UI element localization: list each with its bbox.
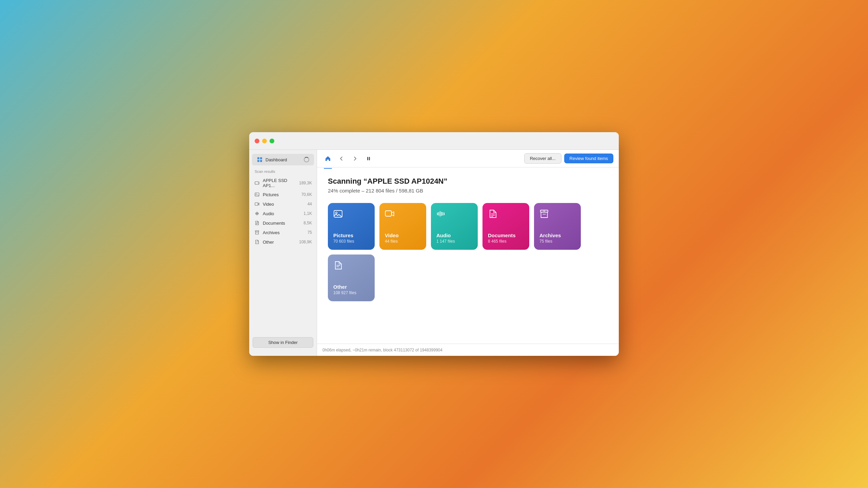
svg-rect-12 xyxy=(369,157,370,160)
dashboard-item[interactable]: Dashboard xyxy=(252,154,314,165)
category-card-other[interactable]: Other 108 927 files xyxy=(328,255,375,301)
pause-button[interactable] xyxy=(363,153,374,164)
svg-rect-8 xyxy=(255,231,259,232)
loading-spinner xyxy=(304,157,309,162)
card-title: Audio xyxy=(436,232,472,238)
card-count: 1 147 files xyxy=(436,239,472,244)
card-count: 108 927 files xyxy=(333,290,369,295)
sidebar-item-name: Pictures xyxy=(263,192,301,197)
svg-rect-11 xyxy=(367,157,368,160)
recover-all-button[interactable]: Recover all... xyxy=(524,153,561,164)
document-icon xyxy=(254,220,260,226)
minimize-button[interactable] xyxy=(262,139,267,143)
svg-rect-4 xyxy=(255,203,258,205)
dashboard-label: Dashboard xyxy=(265,157,304,162)
drive-icon xyxy=(254,180,260,186)
sidebar: Dashboard Scan results APPLE SSD AP1... … xyxy=(249,150,317,356)
scan-subtitle: 24% complete – 212 804 files / 598,81 GB xyxy=(328,188,608,194)
sidebar-item-video[interactable]: Video 44 xyxy=(249,199,317,209)
archive-icon xyxy=(254,229,260,236)
card-title: Pictures xyxy=(333,232,369,238)
other-icon xyxy=(254,239,260,245)
main-window: Dashboard Scan results APPLE SSD AP1... … xyxy=(249,132,619,356)
status-bar: 0h06m elapsed, ~0h21m remain, block 4731… xyxy=(317,344,619,356)
sidebar-item-other[interactable]: Other 108,9K xyxy=(249,237,317,247)
pictures-icon xyxy=(254,191,260,198)
sidebar-item-name: Video xyxy=(263,202,308,207)
content-area: Recover all... Review found items Scanni… xyxy=(317,150,619,356)
show-finder-button[interactable]: Show in Finder xyxy=(253,337,313,348)
maximize-button[interactable] xyxy=(270,139,274,143)
card-count: 75 files xyxy=(539,239,575,244)
main-layout: Dashboard Scan results APPLE SSD AP1... … xyxy=(249,150,619,356)
back-button[interactable] xyxy=(336,153,347,164)
category-grid: Pictures 70 603 files xyxy=(328,203,608,301)
card-bottom-documents: Documents 8 465 files xyxy=(488,232,524,244)
scan-results-label: Scan results xyxy=(249,168,317,176)
card-bottom-audio: Audio 1 147 files xyxy=(436,232,472,244)
status-text: 0h06m elapsed, ~0h21m remain, block 4731… xyxy=(322,348,442,352)
video-icon xyxy=(254,201,260,207)
traffic-lights xyxy=(255,139,274,143)
sidebar-item-name: APPLE SSD AP1... xyxy=(263,178,299,188)
category-card-documents[interactable]: Documents 8 465 files xyxy=(482,203,529,250)
documents-card-icon xyxy=(488,209,524,219)
card-bottom-video: Video 44 files xyxy=(385,232,421,244)
forward-button[interactable] xyxy=(350,153,360,164)
card-title: Video xyxy=(385,232,421,238)
sidebar-footer: Show in Finder xyxy=(249,333,317,352)
card-bottom-archives: Archives 75 files xyxy=(539,232,575,244)
card-count: 44 files xyxy=(385,239,421,244)
sidebar-item-documents[interactable]: Documents 8,5K xyxy=(249,218,317,228)
card-title: Documents xyxy=(488,232,524,238)
other-card-icon xyxy=(333,261,369,270)
card-count: 8 465 files xyxy=(488,239,524,244)
toolbar: Recover all... Review found items xyxy=(317,150,619,167)
sidebar-item-archives[interactable]: Archives 75 xyxy=(249,228,317,237)
dashboard-icon xyxy=(257,157,263,163)
audio-icon xyxy=(254,210,260,217)
sidebar-item-name: Audio xyxy=(263,211,303,216)
sidebar-item-name: Archives xyxy=(263,230,308,235)
archives-card-icon xyxy=(539,209,575,219)
main-content: Scanning “APPLE SSD AP1024N” 24% complet… xyxy=(317,167,619,344)
sidebar-item-count: 44 xyxy=(308,202,312,206)
sidebar-item-count: 108,9K xyxy=(299,240,312,244)
card-bottom-pictures: Pictures 70 603 files xyxy=(333,232,369,244)
category-card-pictures[interactable]: Pictures 70 603 files xyxy=(328,203,375,250)
card-title: Other xyxy=(333,284,369,290)
card-bottom-other: Other 108 927 files xyxy=(333,284,369,295)
sidebar-item-count: 8,5K xyxy=(303,221,312,225)
card-count: 70 603 files xyxy=(333,239,369,244)
category-card-video[interactable]: Video 44 files xyxy=(379,203,426,250)
sidebar-item-count: 75 xyxy=(308,230,312,235)
card-title: Archives xyxy=(539,232,575,238)
sidebar-item-count: 1,1K xyxy=(303,211,312,216)
audio-card-icon xyxy=(436,209,472,219)
close-button[interactable] xyxy=(255,139,259,143)
sidebar-item-audio[interactable]: Audio 1,1K xyxy=(249,209,317,218)
home-button[interactable] xyxy=(322,153,333,164)
video-card-icon xyxy=(385,209,421,219)
svg-point-1 xyxy=(258,183,259,183)
scan-title: Scanning “APPLE SSD AP1024N” xyxy=(328,177,608,186)
svg-point-3 xyxy=(256,194,257,194)
pictures-card-icon xyxy=(333,209,369,219)
review-found-button[interactable]: Review found items xyxy=(564,154,613,163)
category-card-audio[interactable]: Audio 1 147 files xyxy=(431,203,478,250)
sidebar-item-count: 189,3K xyxy=(299,181,312,185)
sidebar-item-count: 70,6K xyxy=(301,192,312,197)
sidebar-item-apple-ssd[interactable]: APPLE SSD AP1... 189,3K xyxy=(249,176,317,190)
sidebar-item-name: Documents xyxy=(263,221,303,226)
svg-rect-15 xyxy=(386,211,392,216)
sidebar-item-name: Other xyxy=(263,240,299,245)
svg-point-14 xyxy=(336,212,337,214)
category-card-archives[interactable]: Archives 75 files xyxy=(534,203,581,250)
titlebar xyxy=(249,132,619,150)
sidebar-item-pictures[interactable]: Pictures 70,6K xyxy=(249,190,317,199)
